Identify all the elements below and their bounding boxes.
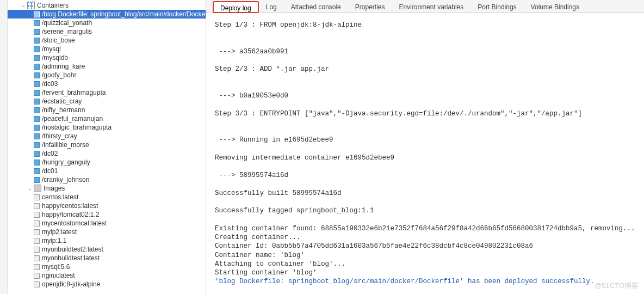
tab-bar: Deploy logLogAttached consolePropertiesE… (206, 0, 644, 13)
tree-item-label: mycentostomcat:latest (42, 219, 107, 228)
tree-item-label: myip2:latest (42, 228, 77, 236)
containers-icon (27, 2, 35, 9)
tree-item-label: /nostalgic_brahmagupta (42, 123, 112, 132)
tab-log[interactable]: Log (259, 1, 284, 13)
tree-item-label: /dc02 (42, 149, 58, 158)
container-icon (34, 125, 40, 131)
tree-item-container[interactable]: /mysql (8, 45, 206, 53)
tree-item-label: /mysqldb (42, 53, 68, 62)
tree-item-label: myonbuildtest:latest (42, 254, 100, 262)
tree-item-image[interactable]: centos:latest (8, 193, 206, 201)
tree-item-label: mysql:5.6 (42, 262, 70, 271)
tree-item-container[interactable]: /thirsty_cray (8, 132, 206, 140)
tree-item-label: /hungry_ganguly (42, 158, 90, 167)
tree-item-label: /infallible_morse (42, 140, 89, 149)
tree-item-container[interactable]: /dc01 (8, 167, 206, 175)
tree-item-container[interactable]: /quizzical_yonath (8, 19, 206, 27)
tab-deploy-log[interactable]: Deploy log (213, 1, 259, 13)
tree-item-label: /cranky_johnson (42, 175, 89, 184)
container-icon (34, 29, 40, 35)
tree-item-selected[interactable]: /blog Dockerfile: springboot_blog/src/ma… (8, 10, 206, 19)
tree-item-image[interactable]: mysql:5.6 (8, 262, 206, 271)
tree-item-label: /stoic_bose (42, 36, 75, 45)
tree-item-label: happy/tomcat02:1.2 (42, 210, 99, 219)
container-icon (34, 177, 40, 183)
container-icon (34, 142, 40, 148)
tree-item-container[interactable]: /hungry_ganguly (8, 158, 206, 167)
container-icon (34, 107, 40, 113)
expand-icon[interactable]: ⌄ (20, 1, 27, 10)
tree-item-container[interactable]: /peaceful_ramanujan (8, 114, 206, 123)
tree-item-label: /ecstatic_cray (42, 97, 82, 106)
images-label: Images (44, 184, 65, 193)
container-icon (34, 133, 40, 139)
tree-item-image[interactable]: mycentostomcat:latest (8, 219, 206, 228)
image-icon (34, 229, 40, 235)
tree-item-label: /peaceful_ramanujan (42, 114, 103, 123)
image-icon (34, 203, 40, 209)
container-icon (34, 90, 40, 96)
tree-item-label: myip:1.1 (42, 236, 66, 245)
container-icon (34, 11, 40, 17)
image-icon (34, 281, 40, 287)
container-icon (34, 46, 40, 52)
container-icon (34, 160, 40, 166)
container-icon (34, 116, 40, 122)
tree-item-container[interactable]: /nostalgic_brahmagupta (8, 123, 206, 132)
tree-item-image[interactable]: myonbuildtest:latest (8, 254, 206, 262)
tree-item-label: /blog Dockerfile: springboot_blog/src/ma… (42, 10, 206, 19)
tree-item-image[interactable]: nginx:latest (8, 271, 206, 280)
tree-item-label: myonbuildtest2:latest (42, 245, 103, 254)
container-icon (34, 64, 40, 70)
deploy-log-output[interactable]: Step 1/3 : FROM openjdk:8-jdk-alpine ---… (206, 13, 644, 294)
tree-item-container[interactable]: /mysqldb (8, 53, 206, 62)
tab-properties[interactable]: Properties (348, 1, 392, 13)
tab-volume-bindings[interactable]: Volume Bindings (524, 1, 586, 13)
tree-item-image[interactable]: myonbuildtest2:latest (8, 245, 206, 254)
tab-port-bindings[interactable]: Port Bindings (470, 1, 523, 13)
tree-item-label: centos:latest (42, 193, 78, 201)
tree-item-label: openjdk:8-jdk-alpine (42, 280, 100, 289)
tab-attached-console[interactable]: Attached console (284, 1, 348, 13)
tab-environment-variables[interactable]: Environment variables (392, 1, 471, 13)
tree-item-label: /quizzical_yonath (42, 19, 92, 27)
image-icon (34, 194, 40, 200)
tree-item-container[interactable]: /cranky_johnson (8, 175, 206, 184)
tree-item-label: /mysql (42, 45, 61, 53)
sidebar-tree[interactable]: ⌄ Containers /blog Dockerfile: springboo… (8, 0, 206, 294)
tree-item-container[interactable]: /serene_margulis (8, 27, 206, 36)
main-panel: Deploy logLogAttached consolePropertiesE… (206, 0, 644, 294)
tree-item-container[interactable]: /dc02 (8, 149, 206, 158)
tree-item-image[interactable]: myip:1.1 (8, 236, 206, 245)
tree-item-container[interactable]: /admiring_kare (8, 62, 206, 71)
tree-item-image[interactable]: myip2:latest (8, 228, 206, 236)
tree-item-container[interactable]: /dc03 (8, 79, 206, 88)
tree-item-container[interactable]: /ecstatic_cray (8, 97, 206, 106)
tree-item-container[interactable]: /nifty_hermann (8, 106, 206, 114)
tree-item-image[interactable]: openjdk:8-jdk-alpine (8, 280, 206, 289)
image-icon (34, 212, 40, 218)
tree-item-label: happy/centos:latest (42, 201, 98, 210)
image-icon (34, 255, 40, 261)
tree-item-label: /nifty_hermann (42, 106, 85, 114)
tree-group-containers[interactable]: ⌄ Containers (8, 1, 206, 10)
tree-item-container[interactable]: /stoic_bose (8, 36, 206, 45)
tree-item-container[interactable]: /infallible_morse (8, 140, 206, 149)
tree-item-image[interactable]: happy/tomcat02:1.2 (8, 210, 206, 219)
container-icon (34, 55, 40, 61)
tree-item-container[interactable]: /fervent_brahmagupta (8, 88, 206, 97)
container-icon (34, 99, 40, 105)
image-icon (34, 273, 40, 279)
tree-item-label: /goofy_bohr (42, 71, 76, 79)
log-success-line: 'blog Dockerfile: springboot_blog/src/ma… (215, 278, 595, 285)
tree-group-images[interactable]: ⌄ Images (8, 184, 206, 193)
expand-icon[interactable]: ⌄ (26, 184, 34, 193)
container-icon (34, 151, 40, 157)
container-icon (34, 72, 40, 78)
container-icon (34, 38, 40, 44)
tree-item-container[interactable]: /goofy_bohr (8, 71, 206, 79)
containers-label: Containers (37, 1, 69, 10)
tree-item-image[interactable]: happy/centos:latest (8, 201, 206, 210)
image-icon (34, 264, 40, 270)
container-icon (34, 168, 40, 174)
